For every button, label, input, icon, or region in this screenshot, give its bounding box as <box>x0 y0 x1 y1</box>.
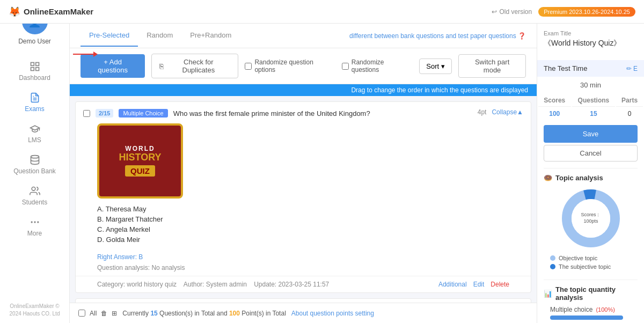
quantity-analysis-title: 📊 The topic quantity analysis <box>544 285 638 302</box>
old-version-button[interactable]: ↩ Old version <box>492 8 532 16</box>
questions-value: 15 <box>572 108 616 120</box>
image-text-history: HISTORY <box>119 152 161 163</box>
duplicate-icon: ⎘ <box>159 62 164 70</box>
sidebar-item-dashboard[interactable]: Dashboard <box>0 56 69 87</box>
quiz-image: WORLD HISTORY QUIZ <box>97 123 183 199</box>
legend-item-subjective: The subjective topic <box>550 263 631 270</box>
bottom-status: Currently 15 Question(s) in Total and 10… <box>122 310 286 317</box>
question-meta: Category: world history quiz Author: Sys… <box>97 281 329 288</box>
exam-title-label: Exam Title <box>544 30 638 36</box>
delete-all-icon[interactable]: 🗑 <box>101 310 107 317</box>
test-time-header: The Test Time ✏ E <box>537 60 644 77</box>
exam-title-section: Exam Title 《World History Quiz》 <box>537 24 644 60</box>
questions-list: Drag to change the order in which the qu… <box>70 84 537 303</box>
tab-random[interactable]: Random <box>138 25 181 47</box>
svg-rect-2 <box>31 68 34 71</box>
svg-rect-0 <box>31 63 34 66</box>
sort-button[interactable]: Sort ▾ <box>419 58 452 74</box>
topbar-right: ↩ Old version Premium 2023.10.26-2024.10… <box>492 7 635 17</box>
scores-table: Scores Questions Parts 100 15 0 <box>537 93 644 121</box>
cancel-button[interactable]: Cancel <box>544 145 638 162</box>
time-value: 30 min <box>537 77 644 93</box>
tab-pre-random[interactable]: Pre+Random <box>181 25 240 47</box>
move-icon[interactable]: ⊞ <box>112 310 117 317</box>
randomize-questions-checkbox[interactable]: Randomize questions <box>342 58 413 74</box>
footer-actions: Additional Edit Delete <box>438 281 509 288</box>
main-layout: 👤 Demo User Dashboard Exams LMS Questio <box>0 0 644 323</box>
option-d: D. Golda Meir <box>97 236 509 244</box>
randomize-options-checkbox[interactable]: Randomize question options <box>245 58 335 74</box>
points-count: 100 <box>229 310 240 317</box>
questions-count: 15 <box>150 310 157 317</box>
option-b: B. Margaret Thatcher <box>97 215 509 223</box>
user-name: Demo User <box>18 38 51 45</box>
topic-analysis-icon: 🍩 <box>544 174 552 182</box>
svg-point-9 <box>38 222 39 223</box>
bar-fill <box>550 315 623 320</box>
bar-label: Multiple choice (100%) <box>550 306 631 313</box>
question-number-badge: 2/15 <box>96 109 113 118</box>
drag-hint: Drag to change the order in which the qu… <box>70 84 537 96</box>
select-all-checkbox[interactable] <box>78 310 85 317</box>
help-link[interactable]: different between bank questions and tes… <box>349 32 526 40</box>
sidebar-item-students[interactable]: Students <box>0 180 69 211</box>
question-checkbox[interactable] <box>83 110 90 117</box>
parts-header: Parts <box>616 94 643 107</box>
sidebar-item-question-bank[interactable]: Question Bank <box>0 149 69 180</box>
question-header: 2/15 Multiple Choice Who was the first f… <box>76 102 531 123</box>
sidebar-item-more[interactable]: More <box>0 211 69 243</box>
settings-link[interactable]: About question points setting <box>291 310 374 317</box>
check-duplicates-button[interactable]: ⎘ Check for Duplicates <box>151 54 238 78</box>
add-questions-button[interactable]: + Add questions <box>80 54 145 78</box>
donut-chart: Scores： 100pts <box>544 186 638 251</box>
chevron-down-icon: ▾ <box>441 62 445 70</box>
logo-icon: 🦊 <box>9 6 20 18</box>
edit-time-button[interactable]: ✏ E <box>626 65 638 72</box>
bottom-bar: All 🗑 ⊞ Currently 15 Question(s) in Tota… <box>70 303 537 323</box>
question-image: WORLD HISTORY QUIZ <box>76 123 531 205</box>
premium-badge: Premium 2023.10.26-2024.10.25 <box>538 7 635 17</box>
question-footer: Category: world history quiz Author: Sys… <box>76 276 531 292</box>
content-header: Pre-Selected Random Pre+Random different… <box>70 24 537 48</box>
parts-value: 0 <box>616 108 643 120</box>
sidebar-footer: OnlineExamMaker © 2024 Haouts CO. Ltd <box>0 297 69 323</box>
question-text: Who was the first female prime minister … <box>173 108 472 119</box>
bar-chart: Multiple choice (100%) <box>544 306 638 323</box>
donut-legend: Objective topic The subjective topic <box>544 255 638 274</box>
question-type-badge: Multiple Choice <box>119 109 167 118</box>
legend-item-objective: Objective topic <box>550 255 631 261</box>
svg-rect-1 <box>35 63 39 66</box>
content-area: Pre-Selected Random Pre+Random different… <box>70 24 537 323</box>
question-analysis: Question analysis: No analysis <box>76 263 531 276</box>
all-label: All <box>90 310 97 317</box>
test-time-label: The Test Time <box>544 64 587 72</box>
sidebar-item-lms[interactable]: LMS <box>0 118 69 149</box>
question-header-2: 3/15 Multiple Choice Who was the Chinese… <box>76 299 531 303</box>
edit-button[interactable]: Edit <box>473 281 485 288</box>
topic-analysis-section: 🍩 Topic analysis Scores： 100pts <box>537 168 644 280</box>
svg-point-8 <box>34 222 35 223</box>
quantity-analysis-icon: 📊 <box>544 290 552 298</box>
scores-value: 100 <box>538 108 571 120</box>
sidebar: 👤 Demo User Dashboard Exams LMS Questio <box>0 0 70 323</box>
right-answer: Right Answer: B <box>76 251 531 263</box>
save-button[interactable]: Save <box>544 125 638 143</box>
additional-button[interactable]: Additional <box>438 281 467 288</box>
question-score: 4pt <box>478 108 487 116</box>
logo-text: OnlineExamMaker <box>24 7 93 16</box>
image-text-world: WORLD <box>125 145 155 152</box>
option-a: A. Theresa May <box>97 205 509 213</box>
svg-rect-3 <box>35 68 39 71</box>
arrow-annotation <box>73 54 94 55</box>
sidebar-item-exams[interactable]: Exams <box>0 87 69 118</box>
topic-analysis-title: 🍩 Topic analysis <box>544 174 638 182</box>
collapse-button[interactable]: Collapse▲ <box>492 108 523 116</box>
switch-part-button[interactable]: Switch part mode <box>458 54 526 78</box>
bar-pct: (100%) <box>596 306 614 313</box>
delete-button[interactable]: Delete <box>491 281 509 288</box>
svg-text:100pts: 100pts <box>583 218 598 224</box>
svg-point-6 <box>31 156 39 158</box>
quantity-analysis-section: 📊 The topic quantity analysis Multiple c… <box>537 280 644 323</box>
red-arrow-icon <box>73 54 94 55</box>
tab-pre-selected[interactable]: Pre-Selected <box>80 25 138 47</box>
